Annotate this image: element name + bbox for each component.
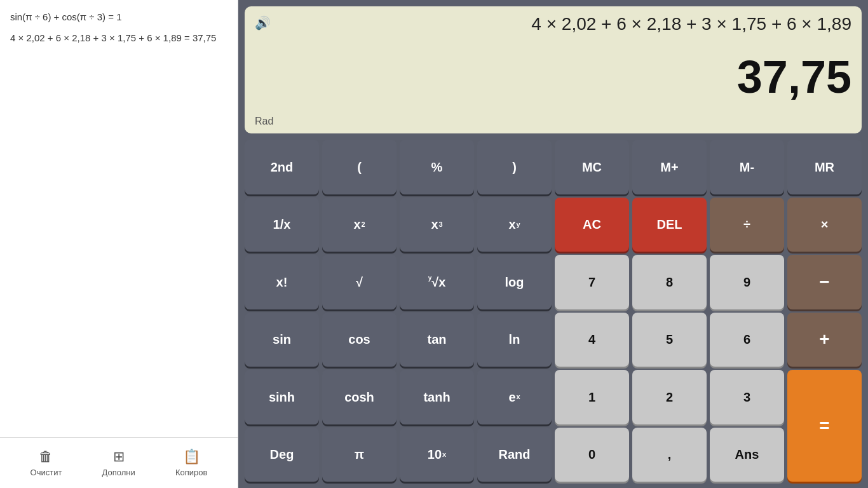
btn-ysqrt[interactable]: y√x xyxy=(400,255,474,309)
clear-button[interactable]: 🗑 Очистит xyxy=(31,449,62,477)
btn-close-paren[interactable]: ) xyxy=(477,140,552,194)
history-panel: sin(π ÷ 6) + cos(π ÷ 3) = 1 4 × 2,02 + 6… xyxy=(0,0,238,488)
btn-ln[interactable]: ln xyxy=(477,313,552,367)
btn-mr[interactable]: MR xyxy=(787,140,862,194)
history-item-1: sin(π ÷ 6) + cos(π ÷ 3) = 1 xyxy=(10,10,227,24)
btn-ac[interactable]: AC xyxy=(555,198,629,252)
btn-minus[interactable]: − xyxy=(787,255,862,309)
btn-cosh[interactable]: cosh xyxy=(322,370,397,424)
btn-x2[interactable]: x2 xyxy=(322,198,397,252)
btn-mc[interactable]: MC xyxy=(555,140,629,194)
btn-multiply[interactable]: × xyxy=(787,198,862,252)
speaker-icon[interactable]: 🔊 xyxy=(255,15,271,30)
history-area: sin(π ÷ 6) + cos(π ÷ 3) = 1 4 × 2,02 + 6… xyxy=(0,0,238,437)
btn-xy[interactable]: xy xyxy=(477,198,552,252)
btn-x3[interactable]: x3 xyxy=(400,198,474,252)
btn-mplus[interactable]: M+ xyxy=(632,140,707,194)
extra-button[interactable]: ⊞ Дополни xyxy=(102,449,135,477)
btn-4[interactable]: 4 xyxy=(555,313,629,367)
calc-display: 🔊 4 × 2,02 + 6 × 2,18 + 3 × 1,75 + 6 × 1… xyxy=(245,6,862,133)
btn-plus[interactable]: + xyxy=(787,313,862,367)
btn-cos[interactable]: cos xyxy=(322,313,397,367)
clear-label: Очистит xyxy=(31,468,62,477)
display-mode: Rad xyxy=(255,116,851,127)
btn-1[interactable]: 1 xyxy=(555,370,629,424)
display-top-row: 🔊 4 × 2,02 + 6 × 2,18 + 3 × 1,75 + 6 × 1… xyxy=(255,13,851,36)
extra-label: Дополни xyxy=(102,468,135,477)
btn-factorial[interactable]: x! xyxy=(245,255,319,309)
calculator-panel: 🔊 4 × 2,02 + 6 × 2,18 + 3 × 1,75 + 6 × 1… xyxy=(238,0,868,488)
btn-sin[interactable]: sin xyxy=(245,313,319,367)
trash-icon: 🗑 xyxy=(39,449,53,465)
btn-2[interactable]: 2 xyxy=(632,370,707,424)
display-expression: 4 × 2,02 + 6 × 2,18 + 3 × 1,75 + 6 × 1,8… xyxy=(271,13,851,36)
copy-label: Копиров xyxy=(175,468,207,477)
btn-log[interactable]: log xyxy=(477,255,552,309)
btn-open-paren[interactable]: ( xyxy=(322,140,397,194)
calc-buttons: 2nd ( % ) MC M+ M- MR 1/x x2 x3 xy AC DE… xyxy=(238,137,868,488)
btn-ex[interactable]: ex xyxy=(477,370,552,424)
btn-5[interactable]: 5 xyxy=(632,313,707,367)
btn-mminus[interactable]: M- xyxy=(710,140,784,194)
btn-9[interactable]: 9 xyxy=(710,255,784,309)
btn-tanh[interactable]: tanh xyxy=(400,370,474,424)
btn-tan[interactable]: tan xyxy=(400,313,474,367)
btn-6[interactable]: 6 xyxy=(710,313,784,367)
grid-icon: ⊞ xyxy=(113,449,125,465)
btn-rand[interactable]: Rand xyxy=(477,428,552,482)
btn-deg[interactable]: Deg xyxy=(245,428,319,482)
bottom-bar: 🗑 Очистит ⊞ Дополни 📋 Копиров xyxy=(0,437,238,488)
btn-percent[interactable]: % xyxy=(400,140,474,194)
btn-0[interactable]: 0 xyxy=(555,428,629,482)
btn-3[interactable]: 3 xyxy=(710,370,784,424)
btn-comma[interactable]: , xyxy=(632,428,707,482)
history-item-2: 4 × 2,02 + 6 × 2,18 + 3 × 1,75 + 6 × 1,8… xyxy=(10,31,227,44)
btn-2nd[interactable]: 2nd xyxy=(245,140,319,194)
btn-del[interactable]: DEL xyxy=(632,198,707,252)
btn-equals[interactable]: = xyxy=(787,370,862,482)
btn-1x[interactable]: 1/x xyxy=(245,198,319,252)
btn-7[interactable]: 7 xyxy=(555,255,629,309)
btn-sqrt[interactable]: √ xyxy=(322,255,397,309)
btn-10x[interactable]: 10x xyxy=(400,428,474,482)
display-result: 37,75 xyxy=(255,54,851,100)
btn-pi[interactable]: π xyxy=(322,428,397,482)
btn-divide[interactable]: ÷ xyxy=(710,198,784,252)
btn-8[interactable]: 8 xyxy=(632,255,707,309)
copy-button[interactable]: 📋 Копиров xyxy=(175,449,207,477)
btn-ans[interactable]: Ans xyxy=(710,428,784,482)
copy-icon: 📋 xyxy=(183,449,200,465)
btn-sinh[interactable]: sinh xyxy=(245,370,319,424)
